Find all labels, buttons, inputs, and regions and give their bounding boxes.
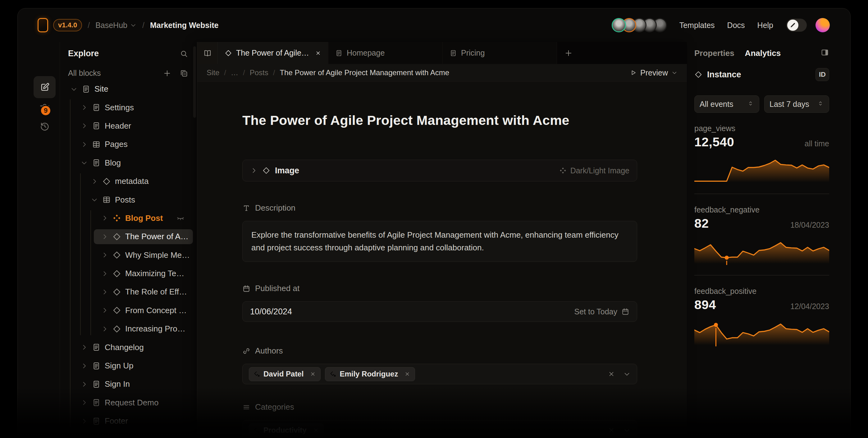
id-button[interactable]: ID [815,68,829,81]
document-title[interactable]: The Power of Agile Project Management wi… [242,113,637,128]
chevron-right-icon[interactable] [81,362,88,370]
chevron-right-icon[interactable] [250,167,257,174]
chevron-right-icon[interactable] [91,178,98,185]
breadcrumb-org[interactable]: BaseHub [95,21,137,30]
tab-pricing[interactable]: Pricing [443,42,557,64]
topbar-link-help[interactable]: Help [757,21,773,30]
history-rail-button[interactable] [37,118,53,134]
edit-mode-toggle[interactable] [786,19,807,32]
explore-rail-button[interactable] [34,76,56,98]
tree-item-blog[interactable]: Blog [60,154,192,172]
remove-chip-icon[interactable] [313,427,319,433]
topbar-link-docs[interactable]: Docs [727,21,745,30]
chevron-right-icon[interactable] [101,233,108,241]
chip-emily-rodriguez[interactable]: Emily Rodriguez [325,367,415,381]
chevron-right-icon[interactable] [101,288,108,296]
panel-tab-analytics[interactable]: Analytics [745,49,781,58]
chevron-right-icon[interactable] [81,122,88,129]
chevron-right-icon[interactable] [101,270,108,277]
tab-label: Homepage [347,49,436,58]
chevron-right-icon[interactable] [81,417,88,425]
preview-button[interactable]: Preview [629,68,678,77]
panel-tab-properties[interactable]: Properties [694,49,735,58]
chevron-down-icon[interactable] [81,159,88,166]
tree-item-changelog[interactable]: Changelog [60,338,192,356]
tree-item-the-role-of-eff[interactable]: The Role of Eff… [60,283,192,301]
library-tab[interactable] [197,42,218,64]
chevron-down-icon[interactable] [623,427,631,434]
topbar-link-templates[interactable]: Templates [679,21,715,30]
metric-sparkline[interactable] [694,316,829,347]
breadcrumb-item[interactable]: … [231,68,238,77]
calendar-icon[interactable] [621,308,629,316]
chevron-right-icon[interactable] [81,380,88,388]
tab-homepage[interactable]: Homepage [329,42,443,64]
tree-item-request-demo[interactable]: Request Demo [60,394,192,412]
metric-sparkline[interactable] [694,234,829,265]
chip-david-patel[interactable]: David Patel [249,367,320,381]
tab-the-power-of-agile[interactable]: The Power of Agile… [218,42,329,64]
close-icon[interactable] [315,50,321,56]
set-to-today-button[interactable]: Set to Today [574,307,617,316]
chevron-right-icon[interactable] [101,307,108,314]
editor-panel: The Power of Agile… Homepage Pricing Sit… [197,42,687,438]
metric-sparkline[interactable] [694,153,829,184]
user-avatar[interactable] [815,18,830,32]
tree-item-footer[interactable]: Footer [60,412,192,430]
chevron-down-icon[interactable] [623,370,631,378]
published-date-input[interactable]: 10/06/2024 Set to Today [242,301,637,322]
breadcrumb-item[interactable]: Posts [250,68,269,77]
panel-tabs: PropertiesAnalytics [694,47,829,59]
search-icon[interactable] [180,50,188,58]
tree-item-metadata[interactable]: metadata [60,172,192,190]
chevron-right-icon[interactable] [81,104,88,111]
chevron-right-icon[interactable] [81,399,88,406]
chevron-right-icon[interactable] [81,141,88,148]
chevron-down-icon[interactable] [91,196,98,204]
toggle-knob [787,20,798,31]
collapse-all-icon[interactable] [180,69,188,77]
tree-item-from-concept[interactable]: From Concept … [60,301,192,320]
clear-field-icon[interactable] [608,370,615,378]
add-block-icon[interactable] [163,69,172,77]
tree-item-sign-up[interactable]: Sign Up [60,356,192,375]
tree-item-the-power-of-a[interactable]: The Power of A… [60,227,192,246]
sidebar-scrollbar[interactable] [193,46,196,118]
breadcrumb-project[interactable]: Marketing Website [150,21,218,30]
clear-field-icon[interactable] [608,427,615,434]
version-badge[interactable]: v1.4.0 [53,19,82,31]
chip-productivity[interactable]: Productivity [249,424,324,437]
filter-select-all-events[interactable]: All events [694,95,759,113]
basehub-logo[interactable] [38,18,48,32]
tree-item-sign-in[interactable]: Sign In [60,375,192,393]
categories-input[interactable]: Productivity [242,420,637,438]
tree-item-site[interactable]: Site [60,80,192,98]
tree-item-maximizing-te[interactable]: Maximizing Te… [60,264,192,283]
chevron-right-icon[interactable] [81,344,88,351]
tree-item-header[interactable]: Header [60,117,192,135]
description-input[interactable]: Explore the transformative benefits of A… [242,221,637,262]
tree-item-settings[interactable]: Settings [60,98,192,117]
collapse-panel-icon[interactable] [820,48,829,57]
remove-chip-icon[interactable] [404,371,410,377]
authors-input[interactable]: David Patel Emily Rodriguez [242,364,637,384]
collaborator-avatar[interactable] [612,18,626,32]
metrics-list: page_views 12,540 all time feedback_nega… [694,124,829,356]
chevron-down-icon[interactable] [70,86,78,93]
chevron-right-icon[interactable] [101,214,108,222]
play-icon [629,69,637,76]
new-tab-button[interactable] [557,42,580,64]
block-reference-icon [253,371,260,377]
tree-item-increasing-pro[interactable]: Increasing Pro… [60,320,192,338]
tree-item-label: Request Demo [105,398,158,408]
chevron-right-icon[interactable] [101,251,108,259]
image-block[interactable]: Image Dark/Light Image [242,160,637,181]
filter-select-last-7-days[interactable]: Last 7 days [764,95,829,113]
tree-item-posts[interactable]: Posts [60,190,192,209]
breadcrumb-item[interactable]: Site [207,68,219,77]
chevron-right-icon[interactable] [101,325,108,333]
tree-item-why-simple-me[interactable]: Why Simple Me… [60,246,192,264]
tree-item-blog-post[interactable]: Blog Post [60,209,192,227]
remove-chip-icon[interactable] [310,371,316,377]
tree-item-pages[interactable]: Pages [60,135,192,153]
